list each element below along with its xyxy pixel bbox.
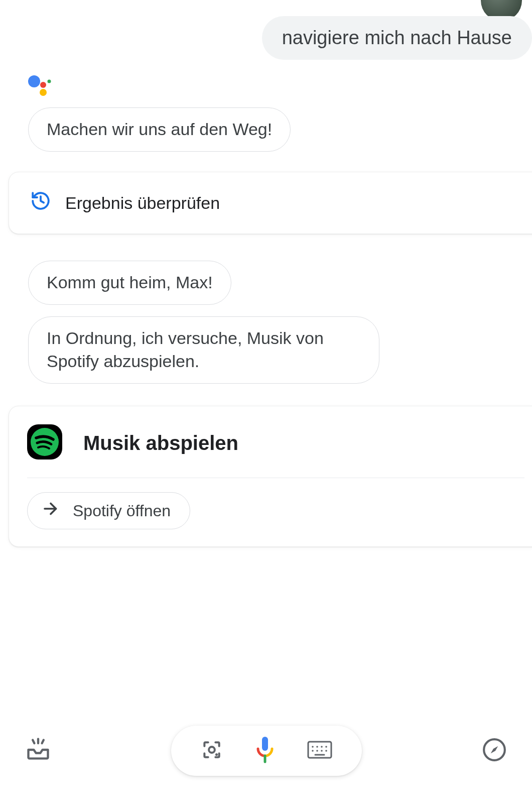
assistant-reply-2-text: Komm gut heim, Max!: [47, 273, 213, 292]
svg-point-15: [312, 746, 314, 748]
input-pill: [171, 726, 362, 776]
compass-icon[interactable]: [482, 737, 507, 764]
svg-point-0: [28, 75, 40, 87]
svg-point-21: [321, 750, 323, 752]
play-music-card: Musik abspielen Spotify öffnen: [9, 406, 532, 547]
inbox-sparkle-icon[interactable]: [25, 737, 51, 765]
assistant-reply-bubble-3: In Ordnung, ich versuche, Musik von Spot…: [28, 316, 379, 384]
microphone-icon[interactable]: [252, 736, 278, 766]
check-result-label: Ergebnis überprüfen: [65, 193, 220, 213]
svg-point-2: [40, 89, 47, 96]
user-message-text: navigiere mich nach Hause: [282, 27, 512, 48]
svg-point-22: [325, 750, 327, 752]
assistant-conversation-screen: navigiere mich nach Hause Machen wir uns…: [0, 0, 532, 800]
svg-point-17: [321, 746, 323, 748]
music-card-header: Musik abspielen: [27, 424, 524, 462]
svg-line-7: [33, 740, 34, 744]
svg-line-9: [42, 740, 44, 744]
assistant-reply-1-text: Machen wir uns auf den Weg!: [47, 120, 272, 139]
spotify-icon: [27, 424, 62, 462]
keyboard-icon[interactable]: [307, 740, 332, 762]
svg-point-20: [316, 750, 318, 752]
svg-marker-25: [491, 746, 498, 754]
google-assistant-logo-icon: [28, 74, 53, 101]
svg-point-11: [215, 753, 218, 756]
check-result-card[interactable]: Ergebnis überprüfen: [9, 172, 532, 234]
history-icon: [30, 190, 51, 215]
bottom-action-bar: [0, 711, 532, 791]
svg-point-19: [312, 750, 314, 752]
assistant-reply-bubble-2: Komm gut heim, Max!: [28, 261, 231, 305]
assistant-reply-3-text: In Ordnung, ich versuche, Musik von Spot…: [47, 328, 324, 371]
svg-point-3: [48, 80, 51, 83]
user-message-bubble: navigiere mich nach Hause: [262, 16, 532, 60]
svg-point-18: [325, 746, 327, 748]
music-card-title: Musik abspielen: [83, 432, 238, 454]
open-spotify-button[interactable]: Spotify öffnen: [27, 492, 190, 529]
assistant-reply-bubble-1: Machen wir uns auf den Weg!: [28, 107, 291, 152]
arrow-right-icon: [42, 500, 60, 522]
divider: [27, 478, 524, 478]
svg-point-10: [209, 747, 215, 753]
svg-rect-12: [262, 737, 268, 751]
svg-point-16: [316, 746, 318, 748]
open-spotify-label: Spotify öffnen: [73, 502, 171, 520]
svg-point-1: [40, 82, 46, 88]
google-lens-icon[interactable]: [201, 739, 223, 763]
